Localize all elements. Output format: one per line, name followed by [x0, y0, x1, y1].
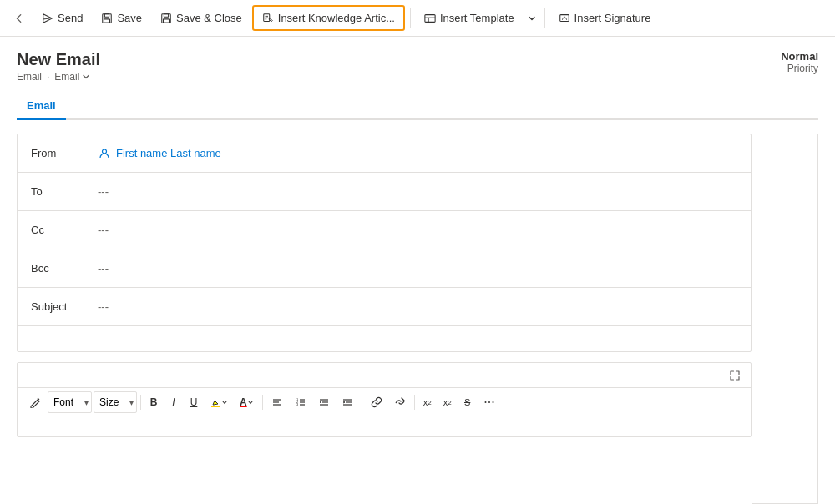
svg-rect-4	[164, 13, 168, 17]
toolbar-sep-1	[410, 8, 411, 28]
ordered-list-button[interactable]: 1 2 3	[290, 391, 311, 413]
highlight-icon	[210, 396, 221, 408]
back-icon	[13, 13, 25, 24]
expand-icon	[729, 370, 741, 381]
indent-increase-button[interactable]	[337, 391, 358, 413]
font-select-wrapper: Font	[48, 391, 92, 413]
tabs: Email	[17, 93, 818, 120]
svg-text:3: 3	[296, 402, 299, 406]
insert-signature-label: Insert Signature	[574, 12, 651, 24]
editor-sep-1	[140, 395, 141, 410]
editor-sep-3	[362, 395, 362, 410]
svg-line-32	[402, 398, 404, 401]
size-select-wrapper: Size	[94, 391, 137, 413]
indent-decrease-icon	[318, 396, 330, 408]
from-value[interactable]: First name Last name	[98, 147, 737, 160]
bold-label: B	[150, 396, 158, 408]
bold-button[interactable]: B	[144, 391, 163, 413]
insert-template-button[interactable]: Insert Template	[416, 7, 523, 29]
content-area: New Email Email · Email Normal Priority …	[0, 37, 835, 504]
from-label: From	[31, 147, 98, 159]
svg-rect-2	[104, 18, 110, 22]
editor-expand-bar	[18, 363, 751, 387]
editor-sep-2	[262, 395, 263, 410]
font-select[interactable]: Font	[48, 391, 92, 413]
send-icon	[42, 13, 53, 24]
insert-knowledge-icon	[262, 13, 274, 24]
insert-signature-button[interactable]: Insert Signature	[550, 7, 660, 29]
unlink-button[interactable]	[389, 391, 411, 413]
email-form: From First name Last name To	[17, 134, 752, 352]
send-label: Send	[58, 12, 83, 24]
insert-template-icon	[424, 13, 436, 24]
expand-button[interactable]	[726, 368, 744, 386]
erase-icon	[29, 396, 41, 408]
to-label: To	[31, 185, 98, 198]
save-close-button[interactable]: Save & Close	[152, 7, 250, 29]
email-header: New Email Email · Email Normal Priority	[17, 50, 818, 83]
highlight-button[interactable]	[205, 391, 233, 413]
subtitle-email1: Email	[17, 71, 42, 83]
chevron-down-icon	[528, 14, 536, 23]
toolbar-sep-2	[544, 8, 545, 28]
strikethrough-button[interactable]: S	[458, 391, 477, 413]
send-button[interactable]: Send	[33, 7, 91, 29]
subject-row[interactable]: Subject ---	[18, 288, 751, 326]
underline-label: U	[190, 396, 198, 408]
subject-value: ---	[98, 300, 737, 313]
svg-rect-13	[559, 14, 569, 21]
from-row: From First name Last name	[18, 134, 751, 173]
indent-increase-icon	[342, 396, 353, 408]
email-type-dropdown[interactable]: Email	[54, 71, 90, 83]
tab-email[interactable]: Email	[17, 93, 66, 120]
underline-button[interactable]: U	[185, 391, 203, 413]
insert-signature-icon	[559, 13, 570, 24]
insert-knowledge-button[interactable]: Insert Knowledge Artic...	[252, 5, 405, 31]
svg-rect-10	[425, 14, 435, 22]
align-left-icon	[271, 396, 283, 408]
priority-value: Priority	[781, 63, 818, 74]
italic-button[interactable]: I	[164, 391, 183, 413]
bcc-value: ---	[98, 262, 737, 275]
align-left-button[interactable]	[266, 391, 288, 413]
svg-rect-5	[164, 18, 170, 22]
save-label: Save	[117, 12, 142, 24]
strikethrough-label: S	[464, 397, 470, 407]
insert-link-button[interactable]	[366, 391, 387, 413]
size-select[interactable]: Size	[94, 391, 137, 413]
editor-area: Font Size B	[17, 362, 752, 437]
save-close-label: Save & Close	[176, 12, 242, 24]
indent-decrease-button[interactable]	[313, 391, 335, 413]
save-icon	[101, 13, 113, 24]
body-row	[18, 326, 751, 351]
to-value: ---	[98, 185, 737, 198]
highlight-dropdown-icon	[221, 399, 228, 406]
insert-template-label: Insert Template	[440, 12, 514, 24]
back-button[interactable]	[7, 8, 32, 29]
font-color-button[interactable]: A	[235, 391, 259, 413]
save-button[interactable]: Save	[93, 7, 150, 29]
person-icon	[98, 147, 111, 160]
priority-section: Normal Priority	[781, 50, 818, 74]
email-subtitle: Email · Email	[17, 71, 100, 83]
svg-point-35	[492, 401, 493, 403]
more-options-icon	[483, 396, 495, 408]
more-options-button[interactable]	[478, 391, 500, 413]
to-row[interactable]: To ---	[18, 173, 751, 211]
unlink-icon	[394, 396, 406, 408]
email-form-section: From First name Last name To	[17, 120, 752, 504]
svg-point-33	[484, 401, 486, 403]
subscript-button[interactable]: x2	[438, 391, 457, 413]
cc-label: Cc	[31, 224, 98, 236]
sidebar-panel	[752, 134, 818, 504]
priority-label: Normal	[781, 50, 818, 63]
erase-format-button[interactable]	[24, 391, 46, 413]
bcc-label: Bcc	[31, 262, 98, 275]
superscript-button[interactable]: x2	[418, 391, 437, 413]
page-title: New Email	[17, 50, 100, 69]
bcc-row[interactable]: Bcc ---	[18, 249, 751, 288]
cc-row[interactable]: Cc ---	[18, 211, 751, 249]
svg-rect-1	[105, 13, 109, 17]
insert-template-dropdown[interactable]	[524, 9, 539, 28]
save-close-icon	[160, 13, 172, 24]
